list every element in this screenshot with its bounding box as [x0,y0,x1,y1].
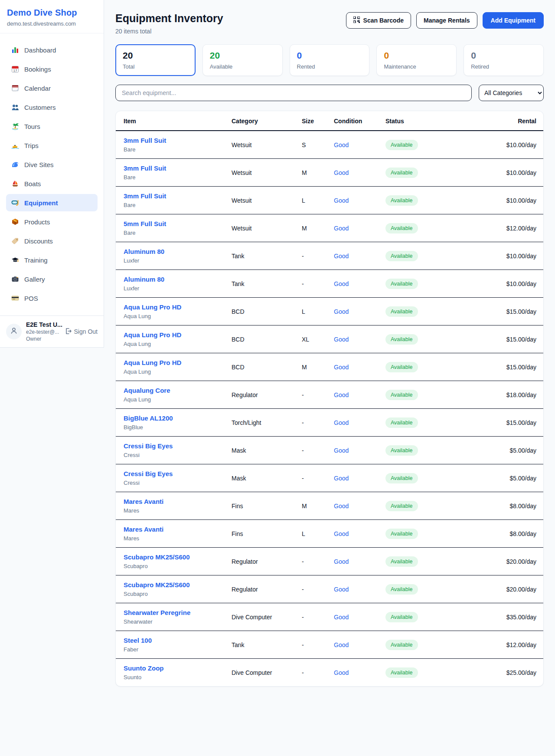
item-name-link[interactable]: 5mm Full Suit [124,220,232,227]
stat-card-retired[interactable]: 0Retired [464,44,544,76]
svg-text:17: 17 [13,69,17,72]
rental-rate: $8.00/day [480,497,543,515]
condition-link[interactable]: Good [334,169,349,176]
condition-link[interactable]: Good [334,225,349,232]
sidebar-item-bookings[interactable]: 17Bookings [6,60,98,78]
item-size: - [302,441,334,460]
item-name-link[interactable]: Shearwater Peregrine [124,609,232,616]
condition-link[interactable]: Good [334,614,349,621]
condition-link[interactable]: Good [334,641,349,648]
item-name-link[interactable]: Mares Avanti [124,498,232,505]
condition-link[interactable]: Good [334,364,349,371]
condition-link[interactable]: Good [334,503,349,509]
category-select[interactable]: All Categories [479,85,544,101]
status-badge: Available [385,556,418,567]
item-size: M [302,497,334,515]
sidebar-item-tours[interactable]: Tours [6,118,98,135]
condition-link[interactable]: Good [334,530,349,537]
sailboat-icon [11,180,19,187]
table-row: Scubapro MK25/S600ScubaproRegulator-Good… [116,575,543,603]
status-badge: Available [385,501,418,511]
stat-card-rented[interactable]: 0Rented [290,44,370,76]
item-name-link[interactable]: Scubapro MK25/S600 [124,581,232,588]
sidebar-item-calendar[interactable]: Calendar [6,79,98,97]
item-category: Wetsuit [232,219,302,237]
item-brand: Bare [124,146,232,153]
item-brand: Cressi [124,480,232,486]
rental-rate: $10.00/day [480,275,543,293]
sidebar-item-equipment[interactable]: Equipment [6,194,98,211]
add-equipment-button[interactable]: Add Equipment [483,12,544,29]
item-name-link[interactable]: 3mm Full Suit [124,192,232,200]
item-brand: Suunto [124,674,232,680]
rental-rate: $10.00/day [480,164,543,182]
item-name-link[interactable]: Mares Avanti [124,526,232,533]
item-brand: Scubapro [124,591,232,597]
item-name-link[interactable]: Suunto Zoop [124,664,232,672]
item-size: - [302,275,334,293]
sidebar-item-label: Products [24,218,50,226]
rental-rate: $15.00/day [480,330,543,348]
sidebar-item-dive-sites[interactable]: Dive Sites [6,156,98,173]
condition-link[interactable]: Good [334,586,349,593]
condition-link[interactable]: Good [334,336,349,343]
item-name-link[interactable]: Aqua Lung Pro HD [124,331,232,339]
page-title: Equipment Inventory [115,12,223,25]
sidebar-item-discounts[interactable]: Discounts [6,232,98,250]
condition-link[interactable]: Good [334,253,349,260]
search-input[interactable] [115,85,472,101]
condition-link[interactable]: Good [334,391,349,398]
item-name-link[interactable]: Aluminum 80 [124,248,232,255]
item-size: S [302,136,334,154]
sidebar-item-gallery[interactable]: Gallery [6,270,98,288]
stat-card-total[interactable]: 20Total [115,44,196,76]
sidebar-item-dashboard[interactable]: Dashboard [6,41,98,59]
item-name-link[interactable]: Cressi Big Eyes [124,442,232,450]
item-name-link[interactable]: 3mm Full Suit [124,164,232,172]
condition-link[interactable]: Good [334,558,349,565]
stat-label: Rented [297,63,362,70]
scan-barcode-button[interactable]: Scan Barcode [346,12,411,29]
item-name-link[interactable]: Aluminum 80 [124,276,232,283]
user-name: E2E Test U... [26,321,60,328]
item-name-link[interactable]: Cressi Big Eyes [124,470,232,477]
condition-link[interactable]: Good [334,419,349,426]
condition-link[interactable]: Good [334,197,349,204]
sidebar-item-label: Discounts [24,237,53,245]
bookings-calendar-icon: 17 [11,65,19,73]
palm-island-icon [11,122,19,130]
item-name-link[interactable]: 3mm Full Suit [124,137,232,144]
sidebar-item-products[interactable]: Products [6,213,98,230]
item-name-link[interactable]: Aqua Lung Pro HD [124,303,232,311]
sidebar-item-trips[interactable]: Trips [6,137,98,154]
sidebar-item-label: Customers [24,104,56,111]
item-name-link[interactable]: BigBlue AL1200 [124,414,232,422]
condition-link[interactable]: Good [334,475,349,482]
item-category: Regulator [232,580,302,598]
condition-link[interactable]: Good [334,308,349,315]
item-name-link[interactable]: Scubapro MK25/S600 [124,553,232,561]
customers-icon [11,103,19,111]
condition-link[interactable]: Good [334,280,349,287]
condition-link[interactable]: Good [334,447,349,454]
sidebar-item-training[interactable]: Training [6,251,98,269]
item-category: Wetsuit [232,191,302,210]
stat-card-available[interactable]: 20Available [202,44,283,76]
sidebar-nav: Dashboard17BookingsCalendarCustomersTour… [0,33,104,316]
condition-link[interactable]: Good [334,669,349,676]
condition-link[interactable]: Good [334,141,349,148]
item-name-link[interactable]: Aqua Lung Pro HD [124,359,232,366]
item-brand: Bare [124,230,232,236]
item-size: - [302,414,334,432]
brand-name[interactable]: Demo Dive Shop [7,8,97,18]
table-row: Aqualung CoreAqua LungRegulator-GoodAvai… [116,381,543,409]
stat-card-maintenance[interactable]: 0Maintenance [376,44,457,76]
sidebar-item-pos[interactable]: POS [6,289,98,307]
item-name-link[interactable]: Steel 100 [124,637,232,644]
item-name-link[interactable]: Aqualung Core [124,387,232,394]
sign-out-button[interactable]: Sign Out [65,328,98,336]
manage-rentals-button[interactable]: Manage Rentals [416,12,477,29]
sidebar-item-boats[interactable]: Boats [6,175,98,192]
sidebar-item-customers[interactable]: Customers [6,99,98,116]
sidebar-item-label: Bookings [24,66,51,73]
